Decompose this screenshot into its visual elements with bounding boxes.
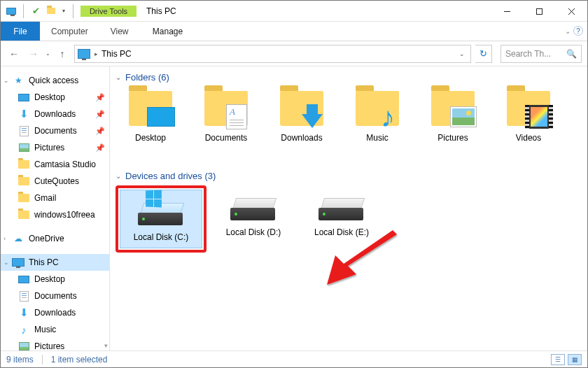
address-dropdown[interactable]: ⌄ [456, 50, 468, 57]
address-bar[interactable]: ▸ This PC ⌄ [74, 45, 471, 63]
drive-item[interactable]: Local Disk (C:) [120, 190, 202, 248]
sidebar-item-label: Documents [34, 291, 77, 301]
search-input[interactable]: Search Th... 🔍 [500, 45, 582, 63]
this-pc-icon [12, 257, 24, 267]
group-title: Devices and drives (3) [125, 171, 216, 181]
chevron-down-icon: ⌄ [565, 27, 570, 35]
sidebar-this-pc[interactable]: ⌄ This PC [1, 254, 109, 271]
pin-icon: 📌 [95, 127, 105, 136]
star-icon: ★ [12, 76, 24, 85]
folder-icon: ♪ [356, 91, 399, 126]
recent-locations-dropdown[interactable]: ⌄ [46, 50, 50, 57]
folder-label: Desktop [135, 133, 166, 143]
sidebar-item[interactable]: Camtasia Studio [1, 156, 109, 173]
sidebar-item[interactable]: Pictures [1, 338, 109, 351]
sidebar-item[interactable]: ⬇Downloads [1, 304, 109, 321]
details-view-button[interactable]: ☰ [551, 354, 565, 365]
chevron-down-icon[interactable]: ⌄ [4, 77, 9, 84]
qat-properties-icon[interactable]: ✔ [29, 5, 42, 17]
address-text[interactable]: This PC [102, 49, 132, 59]
group-header-folders[interactable]: ⌄ Folders (6) [115, 72, 584, 83]
drive-icon [230, 188, 276, 220]
folder-item[interactable]: ♪Music [342, 87, 412, 157]
search-icon: 🔍 [566, 49, 577, 59]
sidebar-item-label: This PC [29, 257, 59, 267]
folders-group: DesktopDocumentsDownloads♪MusicPicturesV… [115, 87, 584, 157]
content-pane: ⌄ Folders (6) DesktopDocumentsDownloads♪… [110, 66, 587, 351]
folder-label: Downloads [281, 133, 322, 143]
window-title: This PC [136, 1, 491, 21]
sidebar-item[interactable]: ⬇Downloads📌 [1, 106, 109, 122]
qat-new-folder-icon[interactable] [45, 5, 57, 17]
explorer-body: ⌄ ★ Quick access Desktop📌⬇Downloads📌Docu… [1, 66, 587, 351]
drive-icon [318, 188, 365, 220]
window-icon[interactable] [5, 5, 18, 17]
sidebar-item[interactable]: Desktop [1, 271, 109, 288]
folder-icon [431, 91, 475, 126]
sidebar-item[interactable]: ♪Music [1, 321, 109, 338]
search-placeholder: Search Th... [505, 49, 564, 59]
up-button[interactable]: ↑ [55, 46, 70, 62]
selection-count: 1 item selected [51, 355, 108, 365]
maximize-button[interactable] [523, 1, 555, 22]
view-toggles: ☰ ▦ [551, 354, 582, 365]
icons-view-button[interactable]: ▦ [568, 354, 582, 365]
file-tab[interactable]: File [1, 22, 40, 41]
sidebar-item[interactable]: windows10freea [1, 206, 109, 223]
status-bar: 9 items 1 item selected ☰ ▦ [1, 351, 587, 367]
sidebar-item[interactable]: CuteQuotes [1, 173, 109, 190]
sidebar-item[interactable]: Pictures📌 [1, 139, 109, 156]
chevron-right-icon[interactable]: › [4, 235, 6, 242]
drive-item[interactable]: Local Disk (D:) [212, 185, 295, 253]
folder-item[interactable]: Desktop [115, 87, 186, 157]
folder-item[interactable]: Videos [493, 87, 564, 157]
chevron-down-icon[interactable]: ⌄ [115, 73, 121, 81]
sidebar-item-label: OneDrive [29, 234, 64, 243]
close-button[interactable] [555, 1, 587, 22]
sidebar-item-label: Desktop [34, 92, 65, 102]
sidebar-item[interactable]: Documents [1, 288, 109, 304]
drive-label: Local Disk (E:) [314, 227, 369, 237]
pin-icon: 📌 [95, 93, 105, 102]
sidebar-item[interactable]: Documents📌 [1, 122, 109, 139]
sidebar-onedrive[interactable]: › ☁ OneDrive [1, 230, 109, 247]
folder-item[interactable]: Downloads [267, 87, 337, 157]
drives-group: Local Disk (C:)Local Disk (D:)Local Disk… [115, 185, 584, 253]
help-icon[interactable]: ? [573, 26, 583, 36]
tab-view[interactable]: View [99, 22, 140, 41]
sidebar-quick-access[interactable]: ⌄ ★ Quick access [1, 72, 109, 89]
back-button[interactable]: ← [6, 46, 22, 62]
ribbon-collapse[interactable]: ⌄ ? [565, 26, 583, 36]
chevron-down-icon[interactable]: ⌄ [115, 172, 121, 180]
quick-access-toolbar: ✔ ▾ [1, 1, 80, 21]
chevron-down-icon[interactable]: ⌄ [4, 259, 9, 266]
onedrive-icon: ☁ [12, 234, 24, 243]
drive-item[interactable]: Local Disk (E:) [300, 185, 383, 253]
tab-computer[interactable]: Computer [40, 22, 99, 41]
minimize-button[interactable] [491, 1, 523, 22]
folder-label: Music [366, 133, 388, 143]
refresh-button[interactable]: ↻ [475, 45, 492, 63]
group-title: Folders (6) [125, 72, 169, 83]
window-controls [491, 1, 587, 21]
folder-icon [129, 91, 172, 126]
folder-icon [507, 91, 550, 126]
folder-label: Documents [205, 133, 248, 143]
sidebar-item-label: Documents [34, 126, 77, 136]
navigation-bar: ← → ⌄ ↑ ▸ This PC ⌄ ↻ Search Th... 🔍 [1, 41, 587, 66]
folder-label: Videos [516, 133, 541, 143]
tab-manage[interactable]: Manage [139, 22, 195, 41]
sidebar-item-label: Music [34, 325, 56, 334]
sidebar-item[interactable]: Desktop📌 [1, 89, 109, 106]
drive-tools-label: Drive Tools [80, 6, 136, 17]
scroll-down-icon[interactable]: ▾ [104, 342, 108, 349]
folder-item[interactable]: Documents [191, 87, 261, 157]
drive-label: Local Disk (C:) [134, 232, 189, 242]
sidebar-item[interactable]: Gmail [1, 190, 109, 206]
contextual-tab-group: Drive Tools [80, 1, 136, 21]
qat-customize-dropdown[interactable]: ▾ [60, 8, 67, 14]
folder-item[interactable]: Pictures [418, 87, 488, 157]
forward-button[interactable]: → [26, 46, 41, 62]
group-header-drives[interactable]: ⌄ Devices and drives (3) [115, 171, 584, 181]
sidebar-item-label: Quick access [29, 76, 78, 85]
